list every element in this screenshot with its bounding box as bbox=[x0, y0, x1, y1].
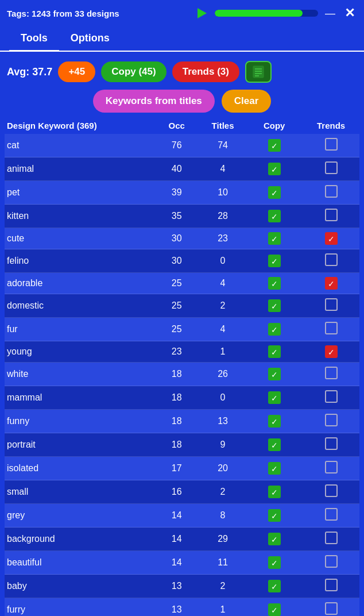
cell-copy[interactable]: ✓ bbox=[246, 318, 303, 341]
trends-checkbox-empty[interactable] bbox=[325, 161, 338, 174]
trends-checkbox-empty[interactable] bbox=[325, 508, 338, 521]
table-row[interactable]: adorable254✓✓ bbox=[5, 273, 359, 294]
cell-copy[interactable]: ✓ bbox=[246, 575, 303, 598]
table-row[interactable]: animal404✓ bbox=[5, 157, 359, 181]
trends-checkbox-empty[interactable] bbox=[325, 414, 338, 426]
trends-checkbox-checked-red[interactable]: ✓ bbox=[325, 232, 338, 245]
tab-tools[interactable]: Tools bbox=[9, 26, 59, 52]
cell-copy[interactable]: ✓ bbox=[246, 273, 303, 294]
table-row[interactable]: furry131✓ bbox=[5, 598, 359, 617]
trends-checkbox-empty[interactable] bbox=[325, 579, 338, 591]
copy-checkbox-checked[interactable]: ✓ bbox=[268, 533, 281, 545]
cell-copy[interactable]: ✓ bbox=[246, 249, 303, 273]
table-row[interactable]: pet3910✓ bbox=[5, 181, 359, 205]
copy-checkbox-checked[interactable]: ✓ bbox=[268, 391, 281, 404]
trends-checkbox-empty[interactable] bbox=[325, 532, 338, 544]
table-row[interactable]: fur254✓ bbox=[5, 318, 359, 341]
cell-copy[interactable]: ✓ bbox=[246, 480, 303, 504]
cell-trends[interactable] bbox=[303, 157, 359, 181]
cell-copy[interactable]: ✓ bbox=[246, 504, 303, 528]
trends-checkbox-empty[interactable] bbox=[325, 253, 338, 266]
cell-trends[interactable]: ✓ bbox=[303, 273, 359, 294]
sheet-button[interactable] bbox=[245, 61, 272, 83]
copy-checkbox-checked[interactable]: ✓ bbox=[268, 255, 281, 267]
play-button[interactable] bbox=[194, 5, 210, 21]
cell-trends[interactable] bbox=[303, 318, 359, 341]
copy-checkbox-checked[interactable]: ✓ bbox=[268, 186, 281, 199]
copy-checkbox-checked[interactable]: ✓ bbox=[268, 210, 281, 222]
table-row[interactable]: funny1813✓ bbox=[5, 410, 359, 433]
trends-checkbox-empty[interactable] bbox=[325, 298, 338, 311]
cell-copy[interactable]: ✓ bbox=[246, 181, 303, 205]
table-row[interactable]: mammal180✓ bbox=[5, 386, 359, 410]
cell-trends[interactable] bbox=[303, 181, 359, 205]
trends-checkbox-empty[interactable] bbox=[325, 602, 338, 615]
close-button[interactable]: ✕ bbox=[342, 5, 357, 22]
cell-trends[interactable] bbox=[303, 575, 359, 598]
trends-checkbox-empty[interactable] bbox=[325, 390, 338, 403]
copy-checkbox-checked[interactable]: ✓ bbox=[268, 163, 281, 175]
cell-trends[interactable] bbox=[303, 551, 359, 575]
clear-button[interactable]: Clear bbox=[222, 90, 272, 113]
trends-checkbox-checked-red[interactable]: ✓ bbox=[325, 277, 338, 290]
copy-checkbox-checked[interactable]: ✓ bbox=[268, 139, 281, 152]
cell-trends[interactable] bbox=[303, 457, 359, 480]
copy-checkbox-checked[interactable]: ✓ bbox=[268, 556, 281, 569]
trends-checkbox-empty[interactable] bbox=[325, 138, 338, 151]
cell-trends[interactable] bbox=[303, 386, 359, 410]
cell-trends[interactable] bbox=[303, 480, 359, 504]
trends-checkbox-empty[interactable] bbox=[325, 555, 338, 568]
cell-copy[interactable]: ✓ bbox=[246, 363, 303, 386]
cell-trends[interactable] bbox=[303, 598, 359, 617]
cell-trends[interactable] bbox=[303, 433, 359, 457]
copy-checkbox-checked[interactable]: ✓ bbox=[268, 415, 281, 428]
cell-copy[interactable]: ✓ bbox=[246, 341, 303, 363]
copy-checkbox-checked[interactable]: ✓ bbox=[268, 438, 281, 451]
cell-trends[interactable] bbox=[303, 528, 359, 551]
copy-checkbox-checked[interactable]: ✓ bbox=[268, 277, 281, 290]
copy-checkbox-checked[interactable]: ✓ bbox=[268, 323, 281, 336]
cell-copy[interactable]: ✓ bbox=[246, 528, 303, 551]
cell-copy[interactable]: ✓ bbox=[246, 386, 303, 410]
keywords-button[interactable]: Keywords from titles bbox=[93, 90, 215, 113]
tab-options[interactable]: Options bbox=[59, 26, 121, 52]
cell-trends[interactable] bbox=[303, 504, 359, 528]
cell-trends[interactable]: ✓ bbox=[303, 228, 359, 249]
table-row[interactable]: background1429✓ bbox=[5, 528, 359, 551]
cell-copy[interactable]: ✓ bbox=[246, 205, 303, 228]
trends-checkbox-empty[interactable] bbox=[325, 322, 338, 334]
table-row[interactable]: white1826✓ bbox=[5, 363, 359, 386]
copy-checkbox-checked[interactable]: ✓ bbox=[268, 603, 281, 616]
trends-checkbox-empty[interactable] bbox=[325, 367, 338, 379]
copy-checkbox-checked[interactable]: ✓ bbox=[268, 462, 281, 475]
cell-trends[interactable] bbox=[303, 249, 359, 273]
trends-checkbox-empty[interactable] bbox=[325, 484, 338, 497]
cell-trends[interactable] bbox=[303, 363, 359, 386]
cell-copy[interactable]: ✓ bbox=[246, 294, 303, 318]
copy-checkbox-checked[interactable]: ✓ bbox=[268, 580, 281, 592]
trends-button[interactable]: Trends (3) bbox=[172, 61, 239, 82]
copy-checkbox-checked[interactable]: ✓ bbox=[268, 368, 281, 380]
table-row[interactable]: grey148✓ bbox=[5, 504, 359, 528]
table-row[interactable]: felino300✓ bbox=[5, 249, 359, 273]
cell-trends[interactable] bbox=[303, 294, 359, 318]
trends-checkbox-empty[interactable] bbox=[325, 209, 338, 221]
table-row[interactable]: baby132✓ bbox=[5, 575, 359, 598]
cell-copy[interactable]: ✓ bbox=[246, 457, 303, 480]
table-row[interactable]: beautiful1411✓ bbox=[5, 551, 359, 575]
minimize-icon[interactable]: — bbox=[323, 6, 338, 21]
trends-checkbox-empty[interactable] bbox=[325, 185, 338, 198]
table-row[interactable]: cute3023✓✓ bbox=[5, 228, 359, 249]
copy-checkbox-checked[interactable]: ✓ bbox=[268, 509, 281, 522]
table-row[interactable]: cat7674✓ bbox=[5, 134, 359, 157]
cell-trends[interactable]: ✓ bbox=[303, 341, 359, 363]
trends-checkbox-checked-red[interactable]: ✓ bbox=[325, 345, 338, 358]
table-row[interactable]: portrait189✓ bbox=[5, 433, 359, 457]
cell-copy[interactable]: ✓ bbox=[246, 410, 303, 433]
copy-checkbox-checked[interactable]: ✓ bbox=[268, 232, 281, 245]
cell-copy[interactable]: ✓ bbox=[246, 433, 303, 457]
cell-trends[interactable] bbox=[303, 134, 359, 157]
plus45-button[interactable]: +45 bbox=[58, 61, 95, 82]
trends-checkbox-empty[interactable] bbox=[325, 437, 338, 450]
table-row[interactable]: kitten3528✓ bbox=[5, 205, 359, 228]
